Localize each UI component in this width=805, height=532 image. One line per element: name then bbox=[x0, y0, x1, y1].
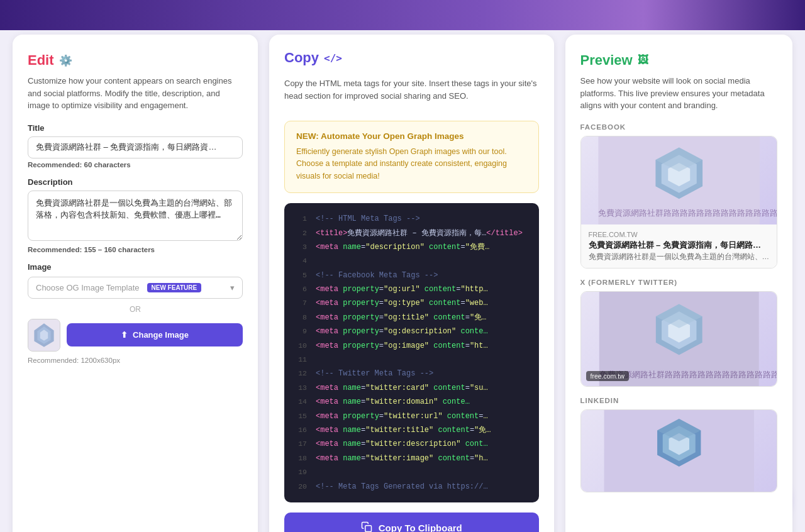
image-preview-icon: 🖼 bbox=[638, 54, 648, 67]
code-line-8: 8 <meta property="og:title" content="免… bbox=[284, 311, 539, 324]
current-image-thumb bbox=[28, 319, 60, 352]
edit-panel: Edit ⚙️ Customize how your content appea… bbox=[13, 35, 258, 532]
code-block: 1 <!-- HTML Meta Tags --> 2 <title>免費資源網… bbox=[284, 203, 539, 502]
twitter-preview-card: 免費資源網路社群路路路路路路路路路路路路路路路路 free.com.tw bbox=[580, 291, 778, 387]
code-line-7: 7 <meta property="og:type" content="web… bbox=[284, 296, 539, 310]
change-image-button[interactable]: ⬆ Change Image bbox=[67, 323, 243, 346]
title-field-label: Title bbox=[28, 123, 243, 133]
twitter-domain-badge: free.com.tw bbox=[586, 371, 629, 381]
code-line-11: 11 bbox=[284, 353, 539, 367]
facebook-label: FACEBOOK bbox=[580, 123, 778, 131]
code-line-9: 9 <meta property="og:description" conte… bbox=[284, 324, 539, 338]
promo-text: Efficiently generate stylish Open Graph … bbox=[296, 146, 527, 182]
code-line-2: 2 <title>免費資源網路社群 – 免費資源指南，每…</title> bbox=[284, 226, 539, 240]
copy-title: Copy </> bbox=[269, 35, 554, 71]
code-line-6: 6 <meta property="og:url" content="http… bbox=[284, 282, 539, 296]
or-divider: OR bbox=[28, 305, 243, 314]
code-block-wrapper: 1 <!-- HTML Meta Tags --> 2 <title>免費資源網… bbox=[284, 203, 539, 502]
linkedin-preview-card bbox=[580, 409, 778, 492]
facebook-card-desc: 免費資源網路社群是一個以免費為主題的台灣網站、… bbox=[589, 252, 770, 262]
copy-title-text: Copy bbox=[284, 50, 319, 66]
code-line-14: 14 <meta name="twitter:domain" conte… bbox=[284, 395, 539, 409]
change-image-label: Change Image bbox=[133, 330, 189, 340]
code-line-12: 12 <!-- Twitter Meta Tags --> bbox=[284, 367, 539, 380]
preview-title: Preview 🖼 bbox=[580, 52, 778, 69]
clipboard-icon bbox=[361, 521, 372, 532]
edit-description: Customize how your content appears on se… bbox=[28, 75, 243, 112]
image-field-label: Image bbox=[28, 262, 243, 272]
code-line-5: 5 <!-- Facebook Meta Tags --> bbox=[284, 269, 539, 282]
facebook-card-title: 免費資源網路社群 – 免費資源指南，每日網路… bbox=[589, 240, 770, 251]
code-line-13: 13 <meta name="twitter:card" content="su… bbox=[284, 381, 539, 395]
svg-text:免費資源網路社群路路路路路路路路路路路路路路路路: 免費資源網路社群路路路路路路路路路路路路路路路路 bbox=[598, 209, 777, 218]
promo-title: NEW: Automate Your Open Graph Images bbox=[296, 131, 527, 141]
img-recommended: Recommended: 1200x630px bbox=[28, 357, 243, 364]
code-line-19: 19 bbox=[284, 465, 539, 479]
copy-to-clipboard-button[interactable]: Copy To Clipboard bbox=[284, 513, 539, 532]
copy-description: Copy the HTML meta tags for your site. I… bbox=[269, 77, 554, 109]
facebook-preview-image: 免費資源網路社群路路路路路路路路路路路路路路路路 bbox=[581, 136, 777, 224]
copy-to-clipboard-label: Copy To Clipboard bbox=[379, 523, 462, 532]
preview-description: See how your website will look on social… bbox=[580, 75, 778, 112]
code-line-4: 4 bbox=[284, 254, 539, 268]
code-line-15: 15 <meta property="twitter:url" content=… bbox=[284, 409, 539, 423]
code-line-17: 17 <meta name="twitter:description" cont… bbox=[284, 437, 539, 451]
description-field-label: Description bbox=[28, 177, 243, 187]
svg-rect-4 bbox=[365, 526, 371, 532]
facebook-preview-card: 免費資源網路社群路路路路路路路路路路路路路路路路 FREE.COM.TW 免費資… bbox=[580, 136, 778, 269]
twitter-preview-image: 免費資源網路社群路路路路路路路路路路路路路路路路 free.com.tw bbox=[581, 292, 777, 386]
linkedin-preview-image bbox=[581, 410, 777, 492]
twitter-label: X (FORMERLY TWITTER) bbox=[580, 279, 778, 286]
promo-box: NEW: Automate Your Open Graph Images Eff… bbox=[284, 121, 539, 193]
code-line-18: 18 <meta name="twitter:image" content="h… bbox=[284, 452, 539, 465]
facebook-domain: FREE.COM.TW bbox=[589, 231, 770, 238]
edit-title: Edit ⚙️ bbox=[28, 52, 243, 69]
facebook-card-meta: FREE.COM.TW 免費資源網路社群 – 免費資源指南，每日網路… 免費資源… bbox=[581, 224, 777, 268]
og-template-placeholder: Choose OG Image Template bbox=[36, 283, 140, 292]
edit-settings-icon: ⚙️ bbox=[59, 54, 72, 67]
preview-title-text: Preview bbox=[580, 52, 633, 69]
edit-title-text: Edit bbox=[28, 52, 54, 69]
code-icon: </> bbox=[324, 52, 342, 64]
title-recommended: Recommended: 60 characters bbox=[28, 161, 243, 169]
og-template-selector[interactable]: Choose OG Image Template NEW FEATURE ▾ bbox=[28, 277, 243, 299]
chevron-down-icon: ▾ bbox=[230, 283, 235, 292]
code-line-1: 1 <!-- HTML Meta Tags --> bbox=[284, 212, 539, 226]
code-line-3: 3 <meta name="description" content="免費… bbox=[284, 240, 539, 254]
title-input[interactable] bbox=[28, 136, 243, 158]
linkedin-label: LINKEDIN bbox=[580, 397, 778, 404]
copy-panel: Copy </> Copy the HTML meta tags for you… bbox=[269, 35, 554, 532]
code-line-20: 20 <!-- Meta Tags Generated via https://… bbox=[284, 480, 539, 494]
new-feature-badge: NEW FEATURE bbox=[147, 283, 202, 292]
desc-recommended: Recommended: 155 – 160 characters bbox=[28, 246, 243, 253]
preview-panel: Preview 🖼 See how your website will look… bbox=[565, 35, 793, 532]
code-line-10: 10 <meta property="og:image" content="ht… bbox=[284, 339, 539, 353]
code-line-16: 16 <meta name="twitter:title" content="免… bbox=[284, 423, 539, 437]
upload-icon: ⬆ bbox=[121, 330, 128, 340]
description-textarea[interactable]: 免費資源網路社群是一個以免費為主題的台灣網站、部落格，內容包含科技新知、免費軟體… bbox=[28, 191, 243, 241]
